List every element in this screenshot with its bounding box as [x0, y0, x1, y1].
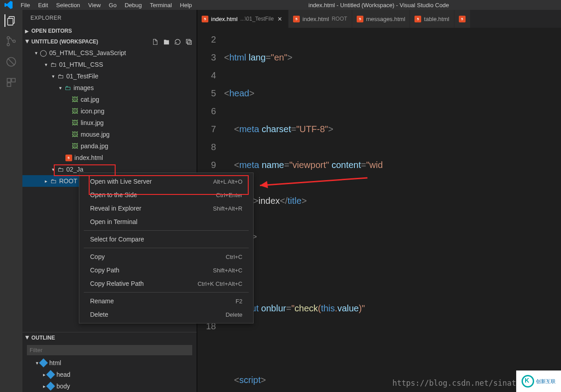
new-folder-icon[interactable]	[163, 39, 170, 45]
ctx-copy[interactable]: CopyCtrl+C	[79, 250, 253, 263]
html-file-icon: 5	[202, 16, 208, 22]
ctx-rename[interactable]: RenameF2	[79, 294, 253, 308]
refresh-icon[interactable]	[174, 39, 181, 45]
ctx-delete[interactable]: DeleteDelete	[79, 308, 253, 321]
tree-file[interactable]: 🖼icon.png	[22, 105, 197, 117]
svg-rect-7	[12, 78, 15, 82]
tree-file[interactable]: 🖼cat.jpg	[22, 94, 197, 105]
menu-go[interactable]: Go	[105, 1, 120, 9]
menu-debug[interactable]: Debug	[121, 1, 145, 9]
tree-folder-root[interactable]: ▾◯05_HTML_CSS_JavaScript	[22, 47, 197, 59]
ctx-select-compare[interactable]: Select for Compare	[79, 233, 253, 246]
tab-label: table.html	[424, 16, 449, 22]
outline-item[interactable]: ▸head	[22, 369, 197, 380]
file-label: mouse.jpg	[81, 131, 110, 138]
ctx-open-live-server[interactable]: Open with Live ServerAlt+L Alt+O	[79, 175, 253, 188]
tab-overflow[interactable]: 5	[454, 10, 470, 28]
ctx-shortcut: Ctrl+C	[226, 254, 242, 260]
symbol-icon	[46, 382, 55, 391]
ctx-shortcut: Shift+Alt+R	[213, 205, 242, 212]
ctx-label: Select for Compare	[90, 236, 144, 243]
activity-bar	[0, 10, 22, 392]
ctx-label: Open with Live Server	[90, 178, 152, 185]
new-file-icon[interactable]	[152, 39, 159, 45]
symbol-icon	[46, 370, 55, 379]
svg-point-3	[7, 43, 9, 46]
brand-logo-icon	[522, 375, 534, 388]
workspace-section[interactable]: ▶UNTITLED (WORKSPACE)	[22, 36, 197, 47]
svg-rect-9	[186, 39, 190, 43]
outline-section[interactable]: ▶OUTLINE	[22, 332, 197, 343]
workspace-tools	[152, 39, 192, 45]
tab-label: index.html	[302, 16, 329, 22]
debug-icon[interactable]	[5, 56, 17, 68]
svg-rect-8	[7, 83, 11, 86]
close-icon[interactable]: ✕	[276, 15, 284, 22]
file-label: cat.jpg	[81, 96, 99, 103]
menu-edit[interactable]: Edit	[35, 1, 52, 9]
ctx-reveal-explorer[interactable]: Reveal in ExplorerShift+Alt+R	[79, 202, 253, 215]
ctx-shortcut: Shift+Alt+C	[213, 267, 242, 274]
svg-rect-10	[188, 40, 191, 44]
tree-folder-d2[interactable]: ▾🗀01_TestFile	[22, 70, 197, 82]
file-label: index.html	[74, 154, 103, 161]
watermark-text: https://blog.csdn.net/sinat	[393, 379, 516, 388]
tab-label: messages.html	[366, 16, 405, 22]
folder-label: ROOT	[59, 177, 77, 185]
tree-file[interactable]: 🖼panda.jpg	[22, 140, 197, 152]
workspace-label: UNTITLED (WORKSPACE)	[31, 39, 98, 45]
ctx-label: Reveal in Explorer	[90, 205, 141, 212]
svg-point-4	[13, 40, 15, 42]
tab-index-html-testfile[interactable]: 5 index.html ...\01_TestFile ✕	[197, 10, 289, 28]
menu-selection[interactable]: Selection	[52, 1, 83, 9]
html-file-icon: 5	[414, 16, 421, 22]
tree-folder-images[interactable]: ▾🗀images	[22, 82, 197, 94]
window-title: index.html - Untitled (Workspace) - Visu…	[196, 2, 561, 9]
tab-index-html-root[interactable]: 5 index.html ROOT	[289, 10, 352, 28]
extensions-icon[interactable]	[5, 76, 17, 89]
tab-bar: 5 index.html ...\01_TestFile ✕ 5 index.h…	[197, 10, 561, 28]
menu-terminal[interactable]: Terminal	[146, 1, 175, 9]
ctx-label: Rename	[90, 297, 114, 305]
ctx-copy-path[interactable]: Copy PathShift+Alt+C	[79, 263, 253, 277]
tab-label: index.html	[211, 16, 237, 22]
ctx-label: Open to the Side	[90, 191, 137, 198]
explorer-icon[interactable]	[4, 14, 17, 27]
source-control-icon[interactable]	[5, 35, 17, 47]
menu-file[interactable]: File	[17, 1, 34, 9]
html-file-icon: 5	[293, 16, 300, 22]
outline-item[interactable]: ▾html	[22, 357, 197, 369]
ctx-shortcut: Ctrl+K Ctrl+Alt+C	[198, 280, 242, 287]
outline-item[interactable]: ▸body	[22, 380, 197, 392]
ctx-shortcut: Ctrl+Enter	[216, 192, 242, 198]
file-label: panda.jpg	[81, 142, 108, 150]
open-editors-label: OPEN EDITORS	[31, 28, 72, 34]
svg-rect-6	[7, 78, 11, 82]
outline-label: OUTLINE	[31, 335, 55, 341]
ctx-label: Delete	[90, 311, 108, 318]
tab-desc: ...\01_TestFile	[240, 16, 274, 22]
tab-messages-html[interactable]: 5 messages.html	[352, 10, 410, 28]
tree-folder-d1[interactable]: ▾🗀01_HTML_CSS	[22, 59, 197, 70]
open-editors-section[interactable]: ▶OPEN EDITORS	[22, 26, 197, 36]
outline-item-label: head	[56, 371, 70, 378]
tab-table-html[interactable]: 5 table.html	[410, 10, 454, 28]
ctx-copy-relative-path[interactable]: Copy Relative PathCtrl+K Ctrl+Alt+C	[79, 277, 253, 290]
folder-label: 02_Ja	[66, 166, 83, 173]
collapse-icon[interactable]	[186, 39, 192, 45]
ctx-separator	[84, 248, 249, 248]
tab-desc: ROOT	[332, 16, 347, 22]
outline-filter-input[interactable]	[27, 345, 192, 355]
tree-file[interactable]: 🖼linux.jpg	[22, 117, 197, 129]
ctx-open-terminal[interactable]: Open in Terminal	[79, 215, 253, 228]
ctx-label: Copy Relative Path	[90, 280, 144, 287]
ctx-shortcut: Alt+L Alt+O	[213, 178, 242, 185]
menu-help[interactable]: Help	[177, 1, 196, 9]
code-lines[interactable]: <html lang="en"> <head> <meta charset="U…	[224, 28, 561, 392]
tree-file-index-html[interactable]: 5index.html	[22, 152, 197, 164]
outline-item-label: body	[56, 383, 70, 390]
ctx-label: Open in Terminal	[90, 218, 138, 225]
menu-view[interactable]: View	[85, 1, 104, 9]
ctx-open-side[interactable]: Open to the SideCtrl+Enter	[79, 188, 253, 202]
tree-file[interactable]: 🖼mouse.jpg	[22, 129, 197, 140]
